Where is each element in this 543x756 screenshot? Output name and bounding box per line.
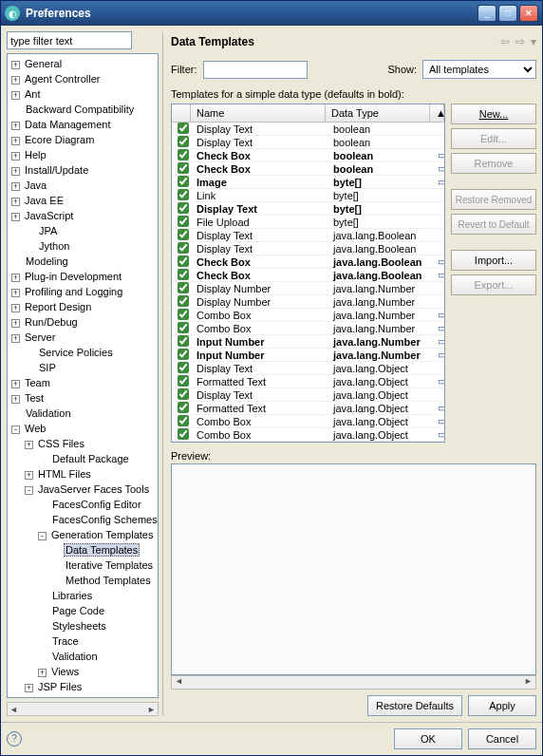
tree-toggle-icon[interactable]: +	[11, 137, 20, 145]
row-checkbox[interactable]	[178, 189, 189, 200]
table-row[interactable]: Display Textbyte[]	[172, 202, 444, 216]
row-checkbox[interactable]	[178, 202, 189, 214]
tree-item[interactable]: +Data Management	[8, 117, 158, 132]
tree-toggle-icon[interactable]: +	[11, 61, 20, 69]
tree-item[interactable]: Validation	[8, 406, 158, 421]
table-row[interactable]: Linkbyte[]	[172, 189, 444, 202]
table-row[interactable]: Display Textboolean	[172, 136, 444, 149]
restore-removed-button[interactable]: Restore Removed	[451, 189, 536, 210]
table-row[interactable]: Combo Boxjava.lang.Object▭	[172, 415, 444, 428]
row-checkbox[interactable]	[178, 229, 189, 240]
tree-toggle-icon[interactable]: +	[11, 213, 20, 221]
tree-hscroll[interactable]: ◄►	[7, 702, 159, 716]
table-row[interactable]: Input Numberjava.lang.Number▭	[172, 335, 444, 349]
new-button[interactable]: New...	[451, 104, 536, 124]
col-name[interactable]: Name	[191, 104, 326, 122]
tree-item[interactable]: Default Package	[8, 451, 158, 466]
tree-item[interactable]: +Report Design	[8, 299, 158, 314]
table-row[interactable]: Display Textjava.lang.Boolean	[172, 229, 444, 242]
row-checkbox[interactable]	[178, 362, 189, 373]
tree-toggle-icon[interactable]: -	[25, 486, 33, 495]
tree-item[interactable]: Backward Compatibility	[8, 102, 158, 117]
row-checkbox[interactable]	[178, 428, 189, 440]
minimize-button[interactable]: _	[477, 5, 496, 22]
tree-toggle-icon[interactable]: +	[11, 198, 20, 206]
tree-toggle-icon[interactable]: -	[38, 532, 47, 540]
tree-item[interactable]: FacesConfig Editor	[8, 497, 158, 512]
table-row[interactable]: Input Numberjava.lang.Number▭	[172, 349, 444, 362]
col-datatype[interactable]: Data Type	[326, 104, 430, 122]
row-checkbox[interactable]	[178, 388, 189, 400]
revert-button[interactable]: Revert to Default	[451, 214, 536, 235]
apply-button[interactable]: Apply	[468, 695, 536, 716]
preview-hscroll[interactable]: ◄►	[171, 675, 536, 690]
table-row[interactable]: File Uploadbyte[]	[172, 216, 444, 229]
restore-defaults-button[interactable]: Restore Defaults	[367, 695, 462, 716]
row-checkbox[interactable]	[178, 402, 189, 413]
tree-item[interactable]: +Help	[8, 147, 158, 162]
tree-toggle-icon[interactable]: +	[11, 274, 20, 282]
tree-toggle-icon[interactable]: +	[11, 91, 20, 100]
tree-item[interactable]: JPA	[8, 223, 158, 238]
row-checkbox[interactable]	[178, 322, 189, 333]
tree-toggle-icon[interactable]: +	[11, 167, 20, 176]
table-row[interactable]: Display Textjava.lang.Boolean	[172, 242, 444, 255]
tree-item[interactable]: +Plug-in Development	[8, 269, 158, 284]
tree-item[interactable]: Stylesheets	[8, 618, 158, 633]
tree-item[interactable]: Libraries	[8, 588, 158, 603]
tree-item[interactable]: Service Policies	[8, 345, 158, 360]
tree-toggle-icon[interactable]: +	[11, 76, 20, 85]
tree-item[interactable]: Data Templates	[8, 542, 158, 558]
edit-button[interactable]: Edit...	[451, 128, 536, 149]
tree-item[interactable]: Validation	[8, 649, 158, 664]
table-row[interactable]: Display Numberjava.lang.Number	[172, 282, 444, 295]
tree-item[interactable]: +Links	[8, 694, 158, 698]
tree-item[interactable]: +HTML Files	[8, 466, 158, 482]
tree-item[interactable]: SIP	[8, 360, 158, 375]
table-row[interactable]: Formatted Textjava.lang.Object▭	[172, 375, 444, 388]
tree-toggle-icon[interactable]: +	[11, 182, 20, 191]
cancel-button[interactable]: Cancel	[468, 728, 536, 749]
tree-item[interactable]: +General	[8, 56, 158, 71]
titlebar[interactable]: ◐ Preferences _ □ ✕	[1, 1, 542, 26]
template-filter-input[interactable]	[203, 61, 308, 79]
tree-toggle-icon[interactable]: +	[25, 684, 33, 692]
tree-item[interactable]: -JavaServer Faces Tools	[8, 482, 158, 497]
forward-icon[interactable]: ⇨	[515, 35, 525, 48]
maximize-button[interactable]: □	[498, 5, 517, 22]
row-checkbox[interactable]	[178, 375, 189, 387]
back-icon[interactable]: ⇦	[500, 35, 510, 48]
tree-item[interactable]: +Ant	[8, 86, 158, 102]
help-icon[interactable]: ?	[7, 731, 22, 747]
show-dropdown[interactable]: All templates	[422, 60, 536, 79]
tree-toggle-icon[interactable]: -	[11, 425, 20, 434]
tree-item[interactable]: +JavaScript	[8, 208, 158, 223]
table-row[interactable]: Imagebyte[]▭	[172, 176, 444, 189]
menu-icon[interactable]: ▾	[531, 35, 536, 48]
tree-item[interactable]: -Generation Templates	[8, 527, 158, 542]
tree-item[interactable]: +Views	[8, 664, 158, 679]
close-button[interactable]: ✕	[519, 5, 538, 22]
table-row[interactable]: Display Textjava.lang.Object	[172, 388, 444, 402]
tree-toggle-icon[interactable]: +	[11, 395, 20, 404]
tree-toggle-icon[interactable]: +	[11, 152, 20, 161]
tree-item[interactable]: +Profiling and Logging	[8, 284, 158, 299]
tree-toggle-icon[interactable]: +	[11, 319, 20, 328]
tree-toggle-icon[interactable]: +	[11, 334, 20, 343]
table-row[interactable]: Display Textjava.lang.Object	[172, 362, 444, 375]
row-checkbox[interactable]	[178, 349, 189, 360]
tree-item[interactable]: Method Templates	[8, 573, 158, 588]
tree-item[interactable]: +Agent Controller	[8, 71, 158, 86]
table-row[interactable]: Combo Boxjava.lang.Number▭	[172, 322, 444, 335]
row-checkbox[interactable]	[178, 216, 189, 227]
preferences-tree[interactable]: +General+Agent Controller+AntBackward Co…	[7, 53, 159, 698]
table-row[interactable]: Combo Boxjava.lang.Number▭	[172, 309, 444, 322]
tree-filter-input[interactable]	[7, 31, 132, 49]
row-checkbox[interactable]	[178, 295, 189, 307]
tree-item[interactable]: +Install/Update	[8, 162, 158, 178]
tree-item[interactable]: +Server	[8, 330, 158, 345]
row-checkbox[interactable]	[178, 242, 189, 254]
tree-toggle-icon[interactable]: +	[11, 122, 20, 130]
tree-item[interactable]: -Web	[8, 421, 158, 436]
table-row[interactable]: Display Numberjava.lang.Number	[172, 295, 444, 309]
